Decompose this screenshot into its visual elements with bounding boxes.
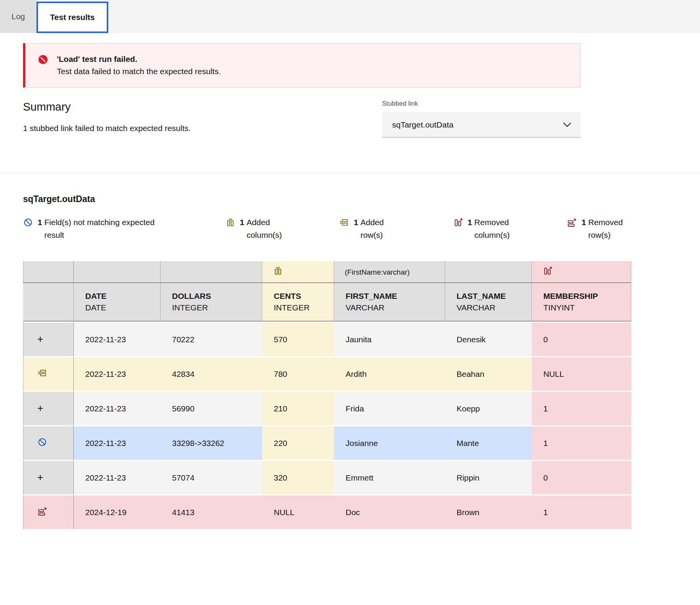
- cell-LAST_NAME: Denesik: [445, 322, 532, 356]
- table-row: 2022-11-2342834780ArdithBeahanNULL: [23, 356, 631, 391]
- stubbed-link-label: Stubbed link: [382, 100, 581, 108]
- column-type: INTEGER: [274, 302, 333, 313]
- legend-count: 1: [581, 218, 586, 227]
- removed-column-icon: [453, 217, 463, 227]
- added-row-icon: [37, 368, 47, 378]
- table-row: 2022-11-2333298->33262220JosianneMante1: [23, 425, 631, 460]
- cell-CENTS: 210: [262, 391, 334, 425]
- plus-icon: +: [37, 472, 43, 483]
- row-marker-cell[interactable]: +: [23, 322, 74, 356]
- legend-item-added-row: 1 Added row(s): [339, 216, 404, 241]
- column-header-LAST_NAME: LAST_NAMEVARCHAR: [445, 283, 532, 322]
- column-name: FIRST_NAME: [346, 290, 444, 302]
- legend-label: Removed row(s): [588, 216, 631, 241]
- diff-legend: 1 Field(s) not matching expected result1…: [23, 216, 631, 241]
- stubbed-link-dropdown[interactable]: sqTarget.outData: [382, 112, 581, 138]
- cell-CENTS: 780: [262, 356, 334, 391]
- cell-MEMBERSHIP: 1: [532, 391, 631, 425]
- not-matching-icon: [37, 437, 47, 447]
- legend-item-removed-column: 1 Removed column(s): [453, 216, 518, 241]
- legend-item-removed-row: 1 Removed row(s): [567, 216, 631, 241]
- not-matching-icon: [23, 217, 33, 227]
- cell-MEMBERSHIP: 0: [532, 322, 631, 356]
- cell-CENTS: 220: [262, 425, 334, 460]
- cell-FIRST_NAME: Frida: [334, 391, 445, 425]
- removed-row-icon: [567, 217, 577, 227]
- plus-icon: +: [37, 403, 43, 414]
- column-status-cell-FIRST_NAME: (FirstName:varchar): [334, 261, 445, 283]
- column-type: INTEGER: [172, 302, 261, 313]
- cell-LAST_NAME: Koepp: [445, 391, 532, 425]
- cell-DATE: 2022-11-23: [74, 425, 161, 460]
- column-name: MEMBERSHIP: [543, 290, 630, 302]
- error-icon: [38, 54, 48, 65]
- cell-DATE: 2022-11-23: [74, 322, 161, 356]
- notification-body: 'Load' test run failed. Test data failed…: [57, 53, 221, 78]
- marker-header-cell: [23, 283, 74, 322]
- column-type: TINYINT: [543, 302, 630, 313]
- legend-count: 1: [468, 218, 472, 227]
- summary-text: 1 stubbed link failed to match expected …: [23, 123, 191, 134]
- cell-LAST_NAME: Beahan: [445, 356, 532, 391]
- notification-title: 'Load' test run failed.: [57, 53, 221, 65]
- column-header-DATE: DATEDATE: [74, 283, 161, 322]
- legend-label: Removed column(s): [474, 216, 517, 241]
- tab-test-results[interactable]: Test results: [36, 2, 108, 33]
- added-column-icon: [225, 217, 235, 227]
- column-status-cell-DATE: [74, 261, 161, 283]
- test-results-page: Log Test results 'Load' test run failed.…: [0, 0, 700, 529]
- row-marker-cell[interactable]: +: [23, 391, 74, 425]
- row-marker-cell: [23, 494, 74, 529]
- cell-DATE: 2022-11-23: [74, 460, 161, 494]
- column-name: CENTS: [274, 290, 333, 302]
- row-marker-cell[interactable]: +: [23, 460, 74, 494]
- column-status-row: (FirstName:varchar): [23, 261, 631, 283]
- result-link-heading: sqTarget.outData: [23, 194, 700, 204]
- legend-item-added-column: 1 Added column(s): [225, 216, 290, 241]
- legend-text: 1 Removed row(s): [581, 216, 631, 241]
- summary-heading: Summary: [23, 100, 191, 114]
- stubbed-link-block: Stubbed link sqTarget.outData: [382, 100, 581, 138]
- column-annotation: (FirstName:varchar): [345, 268, 410, 276]
- legend-text: 1 Field(s) not matching expected result: [38, 216, 176, 241]
- cell-FIRST_NAME: Emmett: [334, 460, 445, 494]
- cell-MEMBERSHIP: 1: [532, 425, 631, 460]
- legend-text: 1 Removed column(s): [468, 216, 518, 241]
- plus-icon: +: [37, 333, 43, 345]
- corner-cell: [23, 261, 74, 283]
- column-name: LAST_NAME: [457, 290, 531, 302]
- stubbed-link-dropdown-value: sqTarget.outData: [392, 120, 453, 129]
- column-status-cell-LAST_NAME: [445, 261, 532, 283]
- cell-LAST_NAME: Rippin: [445, 460, 532, 494]
- cell-DOLLARS: 56990: [161, 391, 262, 425]
- cell-DOLLARS: 70222: [161, 322, 262, 356]
- cell-FIRST_NAME: Doc: [334, 494, 445, 529]
- cell-LAST_NAME: Brown: [445, 494, 532, 529]
- cell-DATE: 2024-12-19: [74, 494, 161, 529]
- cell-DOLLARS: 41413: [161, 494, 262, 529]
- table-row: +2022-11-2370222570JaunitaDenesik0: [23, 322, 631, 356]
- table-row: +2022-11-2356990210FridaKoepp1: [23, 391, 631, 425]
- removed-column-icon: [543, 266, 553, 276]
- cell-FIRST_NAME: Josianne: [334, 425, 445, 460]
- cell-DOLLARS: 33298->33262: [161, 425, 262, 460]
- column-header-FIRST_NAME: FIRST_NAMEVARCHAR: [334, 283, 445, 322]
- legend-text: 1 Added column(s): [240, 216, 290, 241]
- cell-LAST_NAME: Mante: [445, 425, 532, 460]
- legend-label: Added column(s): [247, 216, 290, 241]
- section-divider: [0, 173, 700, 173]
- chevron-down-icon: [563, 122, 571, 127]
- cell-CENTS: 570: [262, 322, 334, 356]
- added-column-icon: [273, 266, 283, 276]
- tab-log[interactable]: Log: [0, 0, 36, 33]
- tab-bar-filler: [108, 0, 700, 33]
- tab-bar: Log Test results: [0, 0, 700, 33]
- row-marker-cell: [23, 356, 74, 391]
- legend-label: Field(s) not matching expected result: [45, 216, 176, 241]
- cell-DOLLARS: 42834: [161, 356, 262, 391]
- column-header-CENTS: CENTSINTEGER: [262, 283, 334, 322]
- legend-label: Added row(s): [361, 216, 404, 241]
- cell-CENTS: NULL: [262, 494, 334, 529]
- column-name: DOLLARS: [172, 290, 261, 302]
- column-type: VARCHAR: [457, 302, 531, 313]
